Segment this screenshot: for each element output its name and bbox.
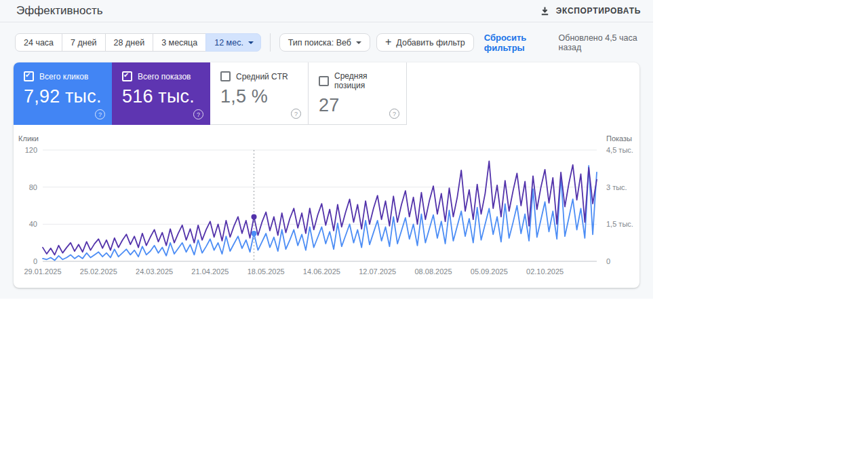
metric-card-average-position[interactable]: Средняя позиция 27 <box>309 62 407 125</box>
svg-text:40: 40 <box>29 220 37 228</box>
range-label: 3 месяца <box>161 38 197 48</box>
help-icon[interactable] <box>389 109 399 119</box>
svg-text:80: 80 <box>29 183 37 191</box>
checkbox-checked-icon[interactable] <box>24 71 34 81</box>
app-window: Эффективность ЭКСПОРТИРОВАТЬ 24 часа 7 д… <box>0 0 868 450</box>
metric-card-average-ctr[interactable]: Средний CTR 1,5 % <box>210 62 309 125</box>
help-icon[interactable] <box>291 109 301 119</box>
metric-cards-row: Всего кликов 7,92 тыс. Всего показов 516… <box>14 62 639 125</box>
last-updated-text: Обновлено 4,5 часа назад <box>559 33 649 52</box>
range-label: 24 часа <box>24 38 54 48</box>
svg-text:18.05.2025: 18.05.2025 <box>248 267 285 276</box>
add-filter-button[interactable]: Добавить фильтр <box>376 33 474 52</box>
svg-text:02.10.2025: 02.10.2025 <box>526 267 564 276</box>
svg-text:24.03.2025: 24.03.2025 <box>136 267 173 276</box>
svg-text:08.08.2025: 08.08.2025 <box>414 267 452 276</box>
chevron-down-icon <box>248 41 254 44</box>
help-icon[interactable] <box>95 109 105 119</box>
metric-header: Всего кликов <box>24 71 104 81</box>
range-label: 7 дней <box>71 38 97 48</box>
download-icon <box>540 6 550 16</box>
metric-value: 1,5 % <box>220 86 300 107</box>
svg-text:3 тыс.: 3 тыс. <box>606 183 627 191</box>
metric-card-total-impressions[interactable]: Всего показов 516 тыс. <box>112 62 210 125</box>
svg-text:25.02.2025: 25.02.2025 <box>80 267 117 276</box>
svg-text:12.07.2025: 12.07.2025 <box>359 267 396 276</box>
date-range-group: 24 часа 7 дней 28 дней 3 месяца 12 мес. <box>15 33 261 52</box>
svg-text:29.01.2025: 29.01.2025 <box>24 267 61 276</box>
svg-text:120: 120 <box>25 146 37 154</box>
export-button-label: ЭКСПОРТИРОВАТЬ <box>556 6 641 16</box>
performance-report: Эффективность ЭКСПОРТИРОВАТЬ 24 часа 7 д… <box>0 0 653 299</box>
range-3m-button[interactable]: 3 месяца <box>153 33 206 52</box>
search-type-label: Тип поиска: Веб <box>288 38 351 48</box>
vertical-divider <box>270 33 271 52</box>
export-button[interactable]: ЭКСПОРТИРОВАТЬ <box>538 3 642 19</box>
add-filter-label: Добавить фильтр <box>396 38 465 48</box>
range-7d-button[interactable]: 7 дней <box>62 33 106 52</box>
range-12m-button[interactable]: 12 мес. <box>205 33 261 52</box>
metric-value: 27 <box>319 95 398 116</box>
page-title: Эффективность <box>16 4 103 18</box>
metric-label: Средняя позиция <box>334 71 398 90</box>
metric-label: Всего показов <box>138 72 191 81</box>
metric-label: Всего кликов <box>39 72 88 81</box>
svg-text:21.04.2025: 21.04.2025 <box>191 267 229 276</box>
metric-header: Всего показов <box>122 71 202 81</box>
reset-filters-link[interactable]: Сбросить фильтры <box>484 33 559 53</box>
svg-text:1,5 тыс.: 1,5 тыс. <box>606 220 633 228</box>
metric-header: Средняя позиция <box>319 71 398 90</box>
checkbox-unchecked-icon[interactable] <box>220 71 231 81</box>
range-label: 12 мес. <box>214 38 243 48</box>
checkbox-checked-icon[interactable] <box>122 71 132 81</box>
svg-text:0: 0 <box>606 257 610 265</box>
metrics-chart-panel: Всего кликов 7,92 тыс. Всего показов 516… <box>14 62 639 288</box>
metric-card-total-clicks[interactable]: Всего кликов 7,92 тыс. <box>14 62 112 125</box>
plus-icon <box>385 37 391 48</box>
svg-text:14.06.2025: 14.06.2025 <box>303 267 340 276</box>
range-28d-button[interactable]: 28 дней <box>105 33 154 52</box>
metric-value: 516 тыс. <box>122 86 202 107</box>
svg-text:4,5 тыс.: 4,5 тыс. <box>606 146 633 154</box>
filter-bar: 24 часа 7 дней 28 дней 3 месяца 12 мес. <box>15 33 649 52</box>
search-type-filter-button[interactable]: Тип поиска: Веб <box>279 33 370 52</box>
range-24h-button[interactable]: 24 часа <box>15 33 62 52</box>
performance-chart[interactable]: 00401,5 тыс.803 тыс.1204,5 тыс.КликиПока… <box>14 125 639 288</box>
svg-text:Клики: Клики <box>18 134 39 143</box>
metric-label: Средний CTR <box>236 72 288 81</box>
metric-header: Средний CTR <box>220 71 300 81</box>
range-label: 28 дней <box>114 38 145 48</box>
svg-text:05.09.2025: 05.09.2025 <box>471 267 508 276</box>
help-icon[interactable] <box>193 109 203 119</box>
top-bar: Эффективность ЭКСПОРТИРОВАТЬ <box>0 0 653 22</box>
metric-value: 7,92 тыс. <box>24 86 104 107</box>
svg-text:0: 0 <box>33 257 37 265</box>
checkbox-unchecked-icon[interactable] <box>319 76 329 86</box>
chevron-down-icon <box>356 41 361 44</box>
svg-text:Показы: Показы <box>606 134 632 143</box>
